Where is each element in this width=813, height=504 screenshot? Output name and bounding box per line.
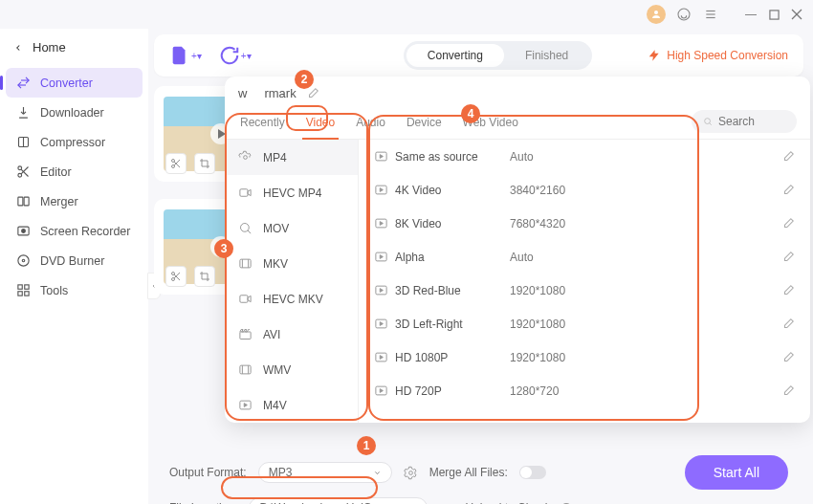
start-all-button[interactable]: Start All: [685, 455, 788, 490]
trim-button[interactable]: [165, 153, 187, 174]
preset-name: Same as source: [395, 150, 510, 164]
converter-icon: [15, 76, 31, 90]
edit-preset-icon[interactable]: [781, 284, 795, 297]
window-close[interactable]: [790, 9, 803, 20]
tab-video[interactable]: Video: [304, 110, 337, 139]
menu-icon[interactable]: [702, 6, 719, 23]
svg-rect-37: [239, 189, 247, 197]
preset-same-as-source[interactable]: Same as sourceAuto: [359, 140, 810, 173]
search-input[interactable]: [718, 115, 785, 128]
format-hevc-mp4[interactable]: HEVC MP4: [225, 175, 358, 210]
edit-preset-icon[interactable]: [781, 217, 795, 230]
play-box-icon: [374, 183, 395, 197]
edit-preset-icon[interactable]: [781, 351, 795, 364]
preset-4k[interactable]: 4K Video3840*2160: [359, 173, 810, 207]
sidebar-item-converter[interactable]: Converter: [6, 68, 143, 98]
step-badge-3: 3: [214, 239, 233, 258]
tab-converting[interactable]: Converting: [406, 44, 504, 67]
window-minimize[interactable]: —: [744, 8, 758, 21]
sidebar-item-merger[interactable]: Merger: [6, 186, 143, 216]
svg-rect-46: [239, 332, 250, 340]
preset-res: 1920*1080: [510, 351, 615, 364]
preset-name: 8K Video: [395, 217, 510, 230]
sidebar-item-downloader[interactable]: Downloader: [6, 98, 143, 127]
svg-rect-17: [24, 197, 29, 206]
crop-button[interactable]: [194, 266, 215, 287]
format-search[interactable]: [692, 110, 797, 133]
clapper-icon: [236, 327, 253, 341]
preset-8k[interactable]: 8K Video7680*4320: [359, 207, 810, 240]
edit-name-icon[interactable]: [306, 87, 319, 100]
preset-res: Auto: [510, 251, 615, 264]
preset-res: 1280*720: [510, 384, 615, 398]
format-m4v[interactable]: M4V: [225, 387, 358, 423]
preset-name: HD 720P: [395, 384, 510, 398]
status-segmented[interactable]: Converting Finished: [404, 41, 592, 70]
edit-preset-icon[interactable]: [781, 318, 795, 331]
preset-720p[interactable]: HD 720P1280*720: [359, 374, 810, 407]
window-maximize[interactable]: [767, 10, 780, 20]
sidebar-item-dvd-burner[interactable]: DVD Burner: [6, 246, 143, 275]
sidebar-item-tools[interactable]: Tools: [6, 275, 143, 305]
edit-preset-icon[interactable]: [781, 150, 795, 164]
preset-res: 1920*1080: [510, 284, 615, 297]
format-mov[interactable]: MOV: [225, 210, 358, 246]
format-wmv[interactable]: WMV: [225, 352, 358, 387]
back-home[interactable]: Home: [6, 36, 143, 68]
svg-marker-57: [380, 222, 383, 226]
svg-marker-61: [380, 289, 383, 293]
svg-rect-22: [17, 285, 21, 289]
svg-point-39: [240, 224, 249, 232]
top-toolbar: +▾ +▾ Converting Finished High Speed Con…: [154, 34, 803, 77]
sidebar-item-editor[interactable]: Editor: [6, 157, 143, 186]
tab-audio[interactable]: Audio: [354, 110, 387, 139]
add-url-button[interactable]: +▾: [219, 45, 252, 66]
output-format-dropdown[interactable]: MP3: [258, 462, 392, 483]
output-format-label: Output Format:: [169, 466, 247, 479]
add-file-button[interactable]: +▾: [169, 45, 202, 66]
sidebar-item-compressor[interactable]: Compressor: [6, 127, 143, 157]
format-hevc-mkv[interactable]: HEVC MKV: [225, 281, 358, 317]
sidebar-item-screen-recorder[interactable]: Screen Recorder: [6, 216, 143, 246]
merge-toggle[interactable]: [519, 466, 546, 479]
edit-preset-icon[interactable]: [781, 184, 795, 197]
file-location-dropdown[interactable]: D:\Wondershare UniConverter 1: [249, 497, 428, 504]
svg-marker-55: [380, 188, 383, 192]
format-list[interactable]: MP4 HEVC MP4 MOV MKV HEVC MKV AVI WMV M4…: [225, 140, 359, 423]
high-speed-label: High Speed Conversion: [667, 49, 788, 62]
edit-preset-icon[interactable]: [781, 251, 795, 264]
settings-icon[interactable]: [404, 466, 418, 480]
high-speed-toggle[interactable]: High Speed Conversion: [648, 49, 788, 62]
chevron-left-icon: [13, 43, 23, 53]
preset-3d-leftright[interactable]: 3D Left-Right1920*1080: [359, 307, 810, 340]
trim-button[interactable]: [165, 266, 187, 287]
preset-list[interactable]: Same as sourceAuto 4K Video3840*2160 8K …: [359, 140, 810, 423]
user-avatar[interactable]: [647, 5, 666, 24]
format-avi[interactable]: AVI: [225, 317, 358, 352]
step-badge-2: 2: [295, 70, 314, 89]
search-icon: [703, 116, 713, 127]
svg-marker-63: [380, 322, 383, 326]
preset-3d-redblue[interactable]: 3D Red-Blue1920*1080: [359, 274, 810, 307]
file-name: w rmark: [238, 86, 297, 100]
gear-icon: [236, 150, 253, 164]
preset-1080p[interactable]: HD 1080P1920*1080: [359, 340, 810, 374]
sidebar-item-label: Compressor: [40, 136, 105, 149]
tab-finished[interactable]: Finished: [504, 44, 589, 67]
svg-point-36: [243, 156, 247, 160]
edit-preset-icon[interactable]: [781, 384, 795, 398]
format-mkv[interactable]: MKV: [225, 246, 358, 281]
preset-alpha[interactable]: AlphaAuto: [359, 240, 810, 274]
format-mp4[interactable]: MP4: [225, 140, 358, 175]
tab-recently[interactable]: Recently: [238, 110, 287, 139]
tab-device[interactable]: Device: [405, 110, 444, 139]
svg-marker-53: [380, 155, 383, 159]
open-folder-icon[interactable]: [439, 501, 453, 505]
crop-button[interactable]: [194, 153, 215, 174]
cloud-icon[interactable]: [559, 500, 574, 504]
step-badge-1: 1: [357, 436, 376, 455]
sidebar-item-label: Editor: [40, 165, 72, 179]
support-icon[interactable]: [675, 6, 692, 23]
svg-point-21: [22, 259, 25, 262]
format-label: M4V: [263, 399, 287, 412]
